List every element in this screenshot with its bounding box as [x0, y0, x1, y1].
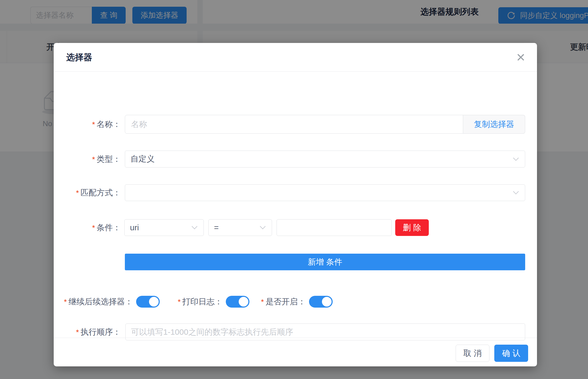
condition-value-field	[277, 219, 392, 236]
enabled-switch-toggle[interactable]	[309, 296, 333, 308]
match-mode-label: *匹配方式：	[54, 184, 121, 201]
copy-selector-link[interactable]: 复制选择器	[463, 115, 525, 134]
required-mark: *	[64, 298, 67, 306]
condition-key-value: uri	[130, 220, 139, 236]
continue-switch-toggle[interactable]	[136, 296, 160, 308]
print-log-switch-label: *打印日志：	[178, 296, 223, 307]
add-condition-button[interactable]: 新增 条件	[125, 254, 525, 270]
confirm-button[interactable]: 确 认	[494, 345, 528, 362]
close-icon[interactable]: ×	[516, 48, 525, 67]
name-input[interactable]	[125, 115, 463, 134]
app-root: 查 询 添加选择器 选择器规则列表 同步自定义 loggingPulsar 开启…	[0, 0, 588, 379]
required-mark: *	[92, 155, 95, 163]
required-mark: *	[76, 189, 79, 197]
continue-switch-group: *继续后续选择器：	[64, 296, 160, 308]
required-mark: *	[178, 298, 181, 306]
condition-label: *条件：	[54, 219, 121, 236]
modal-header: 选择器 ×	[54, 43, 537, 72]
required-mark: *	[261, 298, 264, 306]
condition-key-select[interactable]: uri	[124, 219, 204, 236]
required-mark: *	[92, 224, 95, 232]
enabled-switch-label: *是否开启：	[261, 296, 306, 307]
type-select[interactable]: 自定义	[125, 151, 525, 167]
condition-value-input[interactable]	[277, 220, 391, 236]
chevron-down-icon	[192, 224, 197, 229]
delete-condition-button[interactable]: 删 除	[395, 219, 429, 236]
print-log-switch-toggle[interactable]	[226, 296, 249, 308]
modal-footer: 取 消 确 认	[54, 338, 537, 366]
cancel-button[interactable]: 取 消	[456, 345, 489, 362]
match-mode-select[interactable]	[125, 184, 525, 201]
name-label: *名称：	[54, 115, 121, 134]
chevron-down-icon	[513, 155, 519, 161]
print-log-switch-group: *打印日志：	[178, 296, 249, 308]
required-mark: *	[92, 120, 95, 129]
modal-body: *名称： 复制选择器 *类型： 自定义 *匹配方式：	[54, 72, 537, 366]
name-field-group: 复制选择器	[125, 115, 525, 134]
selector-modal: 选择器 × *名称： 复制选择器 *类型： 自定义 *匹配方式：	[54, 43, 537, 366]
required-mark: *	[76, 328, 79, 336]
type-select-value: 自定义	[130, 151, 155, 167]
type-label: *类型：	[54, 151, 121, 168]
condition-operator-select[interactable]: =	[208, 219, 272, 236]
modal-title: 选择器	[66, 43, 92, 71]
chevron-down-icon	[260, 224, 266, 229]
condition-operator-value: =	[214, 220, 219, 236]
chevron-down-icon	[513, 189, 519, 194]
continue-switch-label: *继续后续选择器：	[64, 296, 133, 307]
enabled-switch-group: *是否开启：	[261, 296, 333, 308]
